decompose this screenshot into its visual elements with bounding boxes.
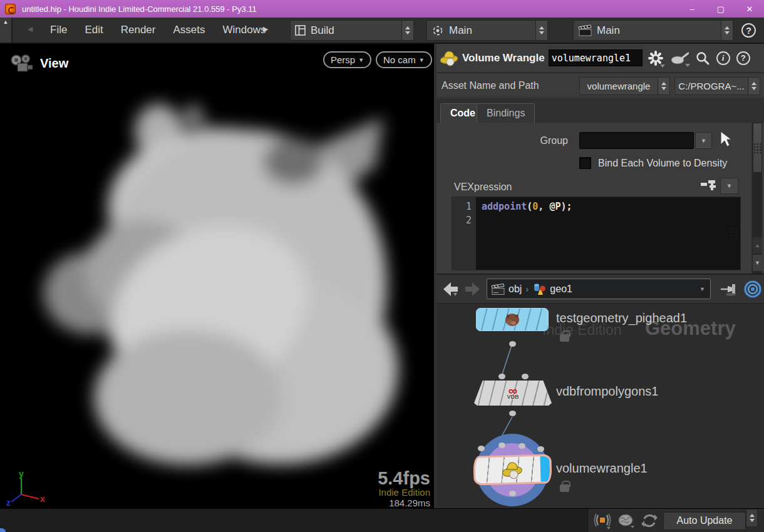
select-arrow-icon[interactable] [720,131,733,147]
node-label[interactable]: vdbfrompolygons1 [556,384,658,399]
display-flag[interactable] [540,456,550,481]
maximize-button[interactable]: ▢ [706,0,735,18]
info-icon[interactable]: i [716,51,730,65]
cache-brain-icon[interactable] [617,513,636,529]
recook-icon[interactable] [641,513,658,529]
corner-handle[interactable] [0,528,6,532]
parameter-help-icon[interactable]: ? [736,51,750,65]
asset-name-dropdown[interactable]: volumewrangle [579,77,670,95]
menubar-item-edit[interactable]: Edit [85,24,103,36]
node-input-dot[interactable] [498,442,505,448]
network-breadcrumb[interactable]: obj › geo1 ▼ [487,279,711,299]
network-editor[interactable]: obj › geo1 ▼ [436,274,764,508]
gear-icon[interactable] [648,50,664,66]
node-volumewrangle[interactable] [473,454,552,485]
parameter-pane: Volume Wrangle i [436,44,764,508]
node-input-dot[interactable] [522,374,529,379]
wrangle-hat-icon [440,49,460,68]
edition-watermark: Indie Edition [378,488,430,498]
clapperboard-icon [578,24,592,36]
history-back-icon[interactable] [443,281,459,297]
radial-menu-icon[interactable] [743,280,762,299]
pin-icon[interactable] [720,282,739,297]
node-input-dot[interactable] [537,446,544,452]
network-path-bar: obj › geo1 ▼ [436,275,764,304]
search-icon[interactable] [695,51,710,66]
node-testgeometry-pighead[interactable] [476,308,549,331]
menu-scroll-left-icon[interactable]: ◀ [28,25,33,33]
pane-link-spinner[interactable] [535,21,547,40]
desktop-menu-spinner[interactable] [401,21,413,40]
node-vdbfrompolygons[interactable]: ∞ VDB [474,381,552,406]
vex-code-editor[interactable]: 1 2 addpoint(0, @P); [452,197,741,270]
network-canvas[interactable]: Indie Edition Geometry testgeometry_pigh… [436,304,764,509]
group-input[interactable] [579,132,694,149]
breadcrumb-current[interactable]: geo1 [550,284,572,295]
pane-link-label: Main [444,24,535,37]
close-button[interactable]: ✕ [735,0,764,18]
asset-name-path-label: Asset Name and Path [441,80,539,91]
wrangle-hat-icon [500,458,525,481]
node-input-dot[interactable] [519,443,525,449]
persp-view-button[interactable]: Persp ▼ [323,51,371,68]
camera-select-button[interactable]: No cam ▼ [376,51,432,68]
update-mode-button[interactable]: Auto Update [663,512,746,530]
node-output-dot[interactable] [509,491,516,496]
minimize-button[interactable]: – [678,0,706,18]
pan-tool-icon[interactable] [670,51,689,66]
breadcrumb-root[interactable]: obj [508,284,522,295]
menu-scroll-right-icon[interactable]: ▶ [263,25,268,33]
svg-text:z: z [6,498,11,507]
frame-time-value: 184.29ms [378,498,430,508]
interrupt-icon[interactable] [593,512,612,529]
geometry-node-icon [532,282,546,296]
group-dropdown-button[interactable]: ▼ [695,132,712,149]
scene-viewport[interactable]: View Persp ▼ No cam ▼ y x z 5.4fps Indie… [0,44,434,508]
asset-name-spinner[interactable] [658,78,669,95]
main-help-button[interactable]: ? [741,23,756,38]
node-label[interactable]: volumewrangle1 [556,461,648,476]
svg-text:y: y [19,469,24,479]
asset-path-dropdown[interactable]: C:/PROGRA~... [674,77,760,95]
node-type-title: Volume Wrangle [462,52,545,64]
group-label: Group [436,135,568,146]
menubar-item-assets[interactable]: Assets [173,24,205,36]
parameter-editor: Group ▼ Bind Each Volume to Density VEXp… [436,123,764,274]
line-number: 1 [452,200,472,213]
take-menu-spinner[interactable] [721,21,733,40]
expression-node-icon[interactable] [699,176,717,194]
scroll-up-button[interactable]: ▲ [753,237,762,253]
parameter-scrollbar[interactable]: ▲ ▼ [751,123,762,274]
vex-menu-button[interactable]: ▼ [720,178,738,194]
node-input-dot[interactable] [498,374,505,379]
vexpression-label: VEXpression [454,182,512,193]
editor-resize-grip[interactable] [730,228,738,238]
svg-text:x: x [40,494,45,504]
node-output-dot[interactable] [509,411,516,416]
node-input-dot[interactable] [478,446,485,451]
scrollbar-thumb[interactable] [753,123,762,173]
node-label[interactable]: testgeometry_pighead1 [556,311,687,325]
asset-path-spinner[interactable] [748,78,760,95]
scroll-down-button[interactable]: ▼ [753,255,762,271]
code-area[interactable]: addpoint(0, @P); [476,197,740,270]
menu-bar: ▲ ◀ File Edit Render Assets Windows ▶ Bu… [0,18,764,44]
take-menu[interactable]: Main [573,20,733,41]
history-forward-icon[interactable] [464,281,480,297]
menubar-item-windows[interactable]: Windows [223,24,266,36]
pane-link-menu[interactable]: Main [426,20,548,41]
bind-density-label: Bind Each Volume to Density [598,158,727,169]
breadcrumb-dropdown-icon[interactable]: ▼ [699,286,706,292]
lock-icon [560,484,569,492]
menubar-item-file[interactable]: File [50,24,67,36]
pighead-volume-render [0,44,434,508]
code-line: addpoint(0, @P); [482,200,740,213]
update-mode-spinner[interactable] [746,509,758,527]
desktop-menu[interactable]: Build [290,20,414,41]
node-output-dot[interactable] [509,341,516,347]
shelf-collapse-handle[interactable]: ▲ [0,18,13,43]
node-name-input[interactable] [549,49,643,66]
menubar-item-render[interactable]: Render [121,24,156,36]
tab-bindings[interactable]: Bindings [477,103,535,123]
bind-density-checkbox[interactable] [579,157,591,169]
